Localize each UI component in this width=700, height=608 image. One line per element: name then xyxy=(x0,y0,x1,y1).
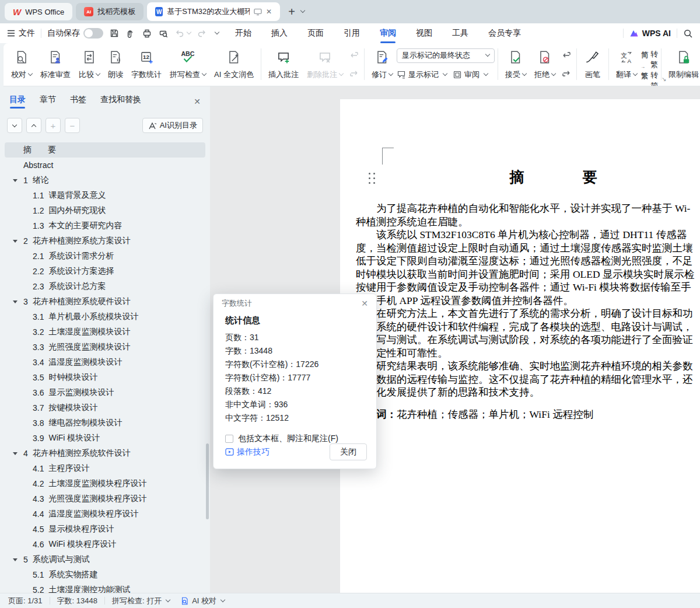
close-button[interactable]: 关闭 xyxy=(330,443,367,460)
toc-item[interactable]: 2.3系统设计总方案 xyxy=(5,279,205,294)
review-pane-button[interactable]: 审阅 xyxy=(453,69,488,80)
sidebar-scrollbar[interactable] xyxy=(206,443,209,519)
menu-member[interactable]: 会员专享 xyxy=(487,25,522,42)
toc-item[interactable]: 4.6WiFi 模块程序设计 xyxy=(5,537,205,552)
menu-view[interactable]: 视图 xyxy=(415,25,433,42)
toc-item[interactable]: 4花卉种植测控系统软件设计 xyxy=(5,446,205,461)
toc-item[interactable]: 2花卉种植测控系统方案设计 xyxy=(5,233,205,249)
toc-expand-button[interactable]: + xyxy=(46,118,61,133)
menu-page[interactable]: 页面 xyxy=(306,25,325,42)
compare-button[interactable]: 比较 xyxy=(75,47,104,81)
ai-polish-button[interactable]: AI 全文润色 xyxy=(210,47,258,81)
toc-item[interactable]: 4.4温湿度监测模块程序设计 xyxy=(5,506,205,522)
simplified-to-traditional-button[interactable]: 简→ 转繁 xyxy=(641,49,658,70)
markup-state-select[interactable]: 显示标记的最终状态 xyxy=(397,48,495,63)
toc-item[interactable]: 3.4温湿度监测模块设计 xyxy=(5,355,205,370)
insert-comment-button[interactable]: 插入批注 xyxy=(264,47,303,81)
tips-link[interactable]: 操作技巧 xyxy=(225,447,270,457)
menu-review[interactable]: 审阅 xyxy=(379,25,397,42)
tab-active-document[interactable]: W 基于STM32的农业大棚环境监 ✕ xyxy=(147,2,280,21)
toc-prev-button[interactable] xyxy=(26,118,41,133)
group-expand-icon[interactable]: ↘ xyxy=(662,76,666,82)
next-comment-icon[interactable] xyxy=(348,67,360,78)
toc-item[interactable]: 3.2土壤湿度监测模块设计 xyxy=(5,324,205,340)
toc-item[interactable]: 3.5时钟模块设计 xyxy=(5,370,205,385)
toc-item[interactable]: 3.8继电器控制模块设计 xyxy=(5,415,205,431)
search-icon[interactable] xyxy=(683,29,693,39)
spell-check-status[interactable]: 拼写检查: 打开 xyxy=(112,596,170,606)
dialog-close-icon[interactable]: ✕ xyxy=(361,299,368,308)
spell-check-button[interactable]: ABC 拼写检查 xyxy=(166,47,210,81)
toc-item[interactable]: 5.1系统实物搭建 xyxy=(5,567,205,582)
restrict-edit-button[interactable]: 限制编辑 xyxy=(664,47,700,81)
toc-expand-triangle-icon[interactable] xyxy=(13,178,23,183)
sidebar-close-icon[interactable]: ✕ xyxy=(194,97,201,106)
prev-comment-icon[interactable] xyxy=(348,50,360,62)
traditional-to-simplified-button[interactable]: 繁→ 转简 xyxy=(641,70,658,87)
read-aloud-button[interactable]: 朗读 xyxy=(104,47,127,81)
menu-start[interactable]: 开始 xyxy=(234,25,253,42)
quick-access-more-icon[interactable] xyxy=(215,30,219,34)
toc-item[interactable]: 4.1主程序设计 xyxy=(5,461,205,476)
page-indicator[interactable]: 页面: 1/31 xyxy=(8,596,43,606)
toc-item[interactable]: 4.5显示模块程序设计 xyxy=(5,522,205,537)
undo-button[interactable] xyxy=(174,28,191,39)
monitor-icon[interactable] xyxy=(254,8,262,16)
word-count-indicator[interactable]: 字数: 13448 xyxy=(57,596,97,606)
tab-bookmarks[interactable]: 书签 xyxy=(70,95,86,109)
toc-item[interactable]: 3花卉种植测控系统硬件设计 xyxy=(5,294,205,309)
toc-item[interactable]: 3.9WiFi 模块设计 xyxy=(5,431,205,446)
toc-expand-triangle-icon[interactable] xyxy=(13,299,23,305)
proofread-button[interactable]: 校对 xyxy=(7,47,36,81)
toc-expand-triangle-icon[interactable] xyxy=(13,239,23,244)
toc-item[interactable]: 1.1课题背景及意义 xyxy=(5,188,205,203)
toc-expand-triangle-icon[interactable] xyxy=(13,557,23,562)
toc-item[interactable]: 1.2国内外研究现状 xyxy=(5,203,205,218)
toc-item[interactable]: 2.2系统设计方案选择 xyxy=(5,264,205,279)
ai-proofread-status[interactable]: AI 校对 xyxy=(180,596,225,606)
include-footnotes-checkbox[interactable] xyxy=(225,435,233,443)
toc-item[interactable]: 3.3光照强度监测模块设计 xyxy=(5,340,205,355)
toc-item[interactable]: 3.6显示监测模块设计 xyxy=(5,385,205,400)
brush-button[interactable]: 画笔 xyxy=(580,47,606,81)
toc-collapse-button[interactable]: − xyxy=(65,118,80,133)
print-preview-icon[interactable] xyxy=(158,28,169,39)
prev-change-icon[interactable] xyxy=(561,50,572,62)
new-tab-button[interactable]: + xyxy=(284,5,300,19)
wps-ai-button[interactable]: WPS AI xyxy=(629,29,671,38)
translate-button[interactable]: 文A 翻译 xyxy=(612,47,641,81)
tab-find-replace[interactable]: 查找和替换 xyxy=(100,95,141,109)
word-count-button[interactable]: 12 字数统计 xyxy=(127,47,166,81)
tab-docer-templates[interactable]: AI 找稻壳模板 xyxy=(76,3,144,20)
toc-item[interactable]: 2.1系统设计需求分析 xyxy=(5,249,205,264)
ai-recognize-toc-button[interactable]: AI识别目录 xyxy=(142,118,203,133)
document-page[interactable]: 摘 要 为了提高花卉种植的自动化和智能化水平，设计并实现了一种基于 Wi- 种植… xyxy=(340,99,700,593)
toc-item[interactable]: 4.2土壤湿度监测模块程序设计 xyxy=(5,476,205,491)
autosave-toggle[interactable] xyxy=(83,28,103,39)
toc-item[interactable]: 3.7按键模块设计 xyxy=(5,400,205,415)
print-icon[interactable] xyxy=(142,28,152,39)
tab-toc[interactable]: 目录 xyxy=(9,95,26,109)
toc-item[interactable]: 5系统调试与测试 xyxy=(5,552,205,567)
toc-item[interactable]: 5.2土壤湿度测控功能测试 xyxy=(5,582,205,593)
toc-item[interactable]: Abstract xyxy=(5,158,205,173)
tab-wps-office[interactable]: W WPS Office xyxy=(5,3,72,20)
standard-review-button[interactable]: 标准审查 xyxy=(36,47,75,81)
tab-chapters[interactable]: 章节 xyxy=(40,95,56,109)
accept-button[interactable]: 接受 xyxy=(501,47,530,81)
toc-expand-triangle-icon[interactable] xyxy=(13,451,23,456)
next-change-icon[interactable] xyxy=(561,67,572,78)
close-tab-icon[interactable]: ✕ xyxy=(266,8,272,16)
toc-item[interactable]: 4.3光照强度监测模块程序设计 xyxy=(5,491,205,506)
reject-button[interactable]: 拒绝 xyxy=(530,47,559,81)
menu-insert[interactable]: 插入 xyxy=(270,25,289,42)
file-menu[interactable]: 文件 xyxy=(7,28,35,39)
menu-tools[interactable]: 工具 xyxy=(451,25,470,42)
track-changes-button[interactable]: 修订 xyxy=(368,47,397,81)
delete-comment-button[interactable]: 删除批注 xyxy=(303,47,347,81)
toc-item[interactable]: 1绪论 xyxy=(5,173,205,188)
save-icon[interactable] xyxy=(109,28,120,39)
toc-item[interactable]: 摘 要 xyxy=(5,142,205,158)
menu-reference[interactable]: 引用 xyxy=(342,25,361,42)
clip-icon[interactable] xyxy=(125,28,136,39)
